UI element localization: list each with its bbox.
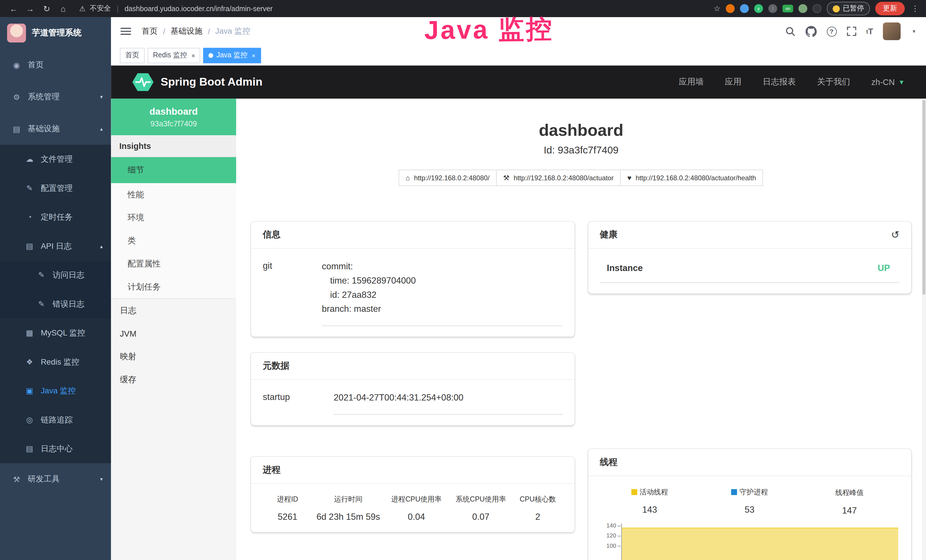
extension-icon-grid[interactable]: ⋮ (768, 4, 777, 13)
sidebar-item-log-center[interactable]: ▤ 日志中心 (0, 434, 111, 463)
java-icon: ▣ (25, 386, 34, 395)
extension-icon-green[interactable]: y (754, 4, 763, 13)
sba-item-mappings[interactable]: 映射 (111, 345, 236, 368)
fullscreen-icon[interactable] (847, 27, 856, 36)
sidebar-item-system-management[interactable]: ⚙ 系统管理 ▾ (0, 81, 111, 113)
tab-java-monitor[interactable]: Java 监控 × (203, 48, 261, 63)
breadcrumb-infrastructure[interactable]: 基础设施 (171, 26, 203, 36)
browser-toolbar: ← → ↻ ⌂ ⚠ 不安全 | dashboard.yudao.iocoder.… (0, 0, 926, 17)
sba-brand[interactable]: Spring Boot Admin (132, 73, 262, 92)
instance-id: 93a3fc7f7409 (116, 119, 232, 128)
edit-icon: ✎ (25, 184, 34, 192)
actuator-url-link[interactable]: ⚒ http://192.168.0.2:48080/actuator (496, 170, 620, 186)
nav-applications[interactable]: 应用 (725, 77, 741, 87)
health-url-link[interactable]: ♥ http://192.168.0.2:48080/actuator/heal… (620, 170, 763, 186)
app-title: 芋道管理系统 (32, 28, 82, 38)
sidebar-item-mysql-monitor[interactable]: ▦ MySQL 监控 (0, 318, 111, 347)
metadata-key: startup (263, 390, 334, 415)
sidebar-item-infrastructure[interactable]: ▤ 基础设施 ▴ (0, 113, 111, 145)
sidebar-item-api-logs[interactable]: ▤ API 日志 ▴ (0, 232, 111, 260)
extension-icon-leaf[interactable] (799, 4, 807, 13)
instance-name: dashboard (116, 106, 232, 117)
app-logo-row[interactable]: 芋道管理系统 (0, 17, 111, 49)
document-icon: ✎ (36, 300, 46, 309)
metadata-card: 元数据 startup 2021-04-27T00:44:31.254+08:0… (251, 353, 574, 425)
log-center-icon: ▤ (25, 444, 34, 453)
breadcrumb-home[interactable]: 首页 (142, 26, 158, 36)
bookmark-star-icon[interactable]: ☆ (714, 4, 720, 13)
user-avatar[interactable] (883, 23, 901, 40)
sba-item-classes[interactable]: 类 (111, 229, 236, 252)
sidebar-item-access-logs[interactable]: ✎ 访问日志 (0, 260, 111, 289)
sba-item-logs[interactable]: 日志 (111, 299, 236, 322)
extension-icon-plugin[interactable] (813, 4, 822, 13)
scrollbar-thumb[interactable] (923, 100, 925, 295)
breadcrumb-current: Java 监控 (215, 26, 250, 36)
sidebar-item-error-logs[interactable]: ✎ 错误日志 (0, 289, 111, 318)
health-instance-row[interactable]: Instance UP (600, 255, 899, 283)
sidebar-item-trace[interactable]: ◎ 链路追踪 (0, 406, 111, 434)
admin-header: 首页 / 基础设施 / Java 监控 Java 监控 ? (111, 17, 926, 45)
log-icon: ▤ (25, 242, 34, 250)
browser-back-icon[interactable]: ← (6, 4, 21, 13)
chevron-down-icon: ▾ (100, 94, 103, 100)
extension-icon-orange[interactable] (726, 4, 735, 13)
sidebar-item-redis-monitor[interactable]: ❖ Redis 监控 (0, 348, 111, 376)
nav-wallboard[interactable]: 应用墙 (679, 77, 704, 87)
extension-icon-on-badge[interactable]: on (782, 5, 793, 12)
sidebar-item-dev-tools[interactable]: ⚒ 研发工具 ▾ (0, 463, 111, 495)
hamburger-icon[interactable] (120, 28, 131, 35)
paused-badge[interactable]: 已暂停 (827, 2, 870, 15)
avatar-caret-icon[interactable]: ▾ (912, 28, 915, 34)
legend-square-yellow (631, 489, 637, 495)
sidebar-item-scheduled-tasks[interactable]: ◔ 定时任务 (0, 203, 111, 232)
instance-title: dashboard (251, 121, 911, 140)
security-warning-icon: ⚠ (79, 5, 85, 13)
tab-redis-monitor[interactable]: Redis 监控 × (148, 48, 200, 63)
nav-journal[interactable]: 日志报表 (763, 77, 796, 87)
browser-reload-icon[interactable]: ↻ (39, 4, 54, 13)
sba-item-performance[interactable]: 性能 (111, 183, 236, 206)
sba-item-details[interactable]: 细节 (111, 157, 236, 183)
service-url-link[interactable]: ⌂ http://192.168.0.2:48080/ (398, 170, 496, 186)
sidebar-item-home[interactable]: ◉ 首页 (0, 49, 111, 81)
github-icon[interactable] (805, 26, 817, 37)
info-git-row: git commit: time: 1596289704000 id: 27aa… (263, 259, 563, 326)
tick-mark (617, 526, 620, 526)
history-icon[interactable]: ↺ (891, 230, 899, 240)
locale-select[interactable]: zh-CN ▼ (871, 77, 905, 87)
page-scrollbar[interactable] (922, 99, 926, 560)
sba-item-environment[interactable]: 环境 (111, 206, 236, 229)
font-size-icon[interactable]: tT (866, 27, 873, 36)
nav-about[interactable]: 关于我们 (817, 77, 850, 87)
tab-home[interactable]: 首页 (120, 48, 145, 63)
tick-mark (617, 546, 620, 546)
screen: ← → ↻ ⌂ ⚠ 不安全 | dashboard.yudao.iocoder.… (0, 0, 926, 560)
help-icon[interactable]: ? (826, 26, 837, 36)
health-card: 健康 ↺ Instance UP (588, 222, 911, 294)
dashboard-icon: ◉ (12, 61, 21, 69)
browser-update-button[interactable]: 更新 (875, 2, 905, 15)
sba-item-scheduled[interactable]: 计划任务 (111, 275, 236, 298)
process-metric: 系统CPU使用率 0.07 (449, 494, 513, 522)
browser-forward-icon[interactable]: → (23, 4, 38, 13)
active-dot (209, 53, 213, 58)
sidebar-item-file-management[interactable]: ☁ 文件管理 (0, 145, 111, 173)
tick-mark (617, 536, 620, 536)
close-icon[interactable]: × (191, 51, 195, 59)
process-metrics: 进程ID 5261 运行时间 6d 23h 15m 59s (263, 494, 563, 522)
security-label: 不安全 (89, 3, 111, 14)
sba-item-jvm[interactable]: JVM (111, 322, 236, 345)
browser-home-icon[interactable]: ⌂ (56, 4, 71, 13)
sidebar-item-java-monitor[interactable]: ▣ Java 监控 (0, 376, 111, 405)
search-icon[interactable] (785, 26, 795, 36)
sba-item-config-props[interactable]: 配置属性 (111, 252, 236, 275)
instance-header[interactable]: dashboard 93a3fc7f7409 (111, 99, 236, 135)
close-icon[interactable]: × (251, 51, 255, 59)
browser-menu-icon[interactable]: ⋮ (911, 4, 919, 13)
sidebar-item-config-management[interactable]: ✎ 配置管理 (0, 174, 111, 203)
process-metric: 进程CPU使用率 0.04 (384, 494, 449, 522)
address-bar[interactable]: ⚠ 不安全 | dashboard.yudao.iocoder.cn/infra… (79, 3, 272, 14)
extension-icon-blue[interactable] (740, 4, 749, 13)
sba-item-caches[interactable]: 缓存 (111, 368, 236, 391)
